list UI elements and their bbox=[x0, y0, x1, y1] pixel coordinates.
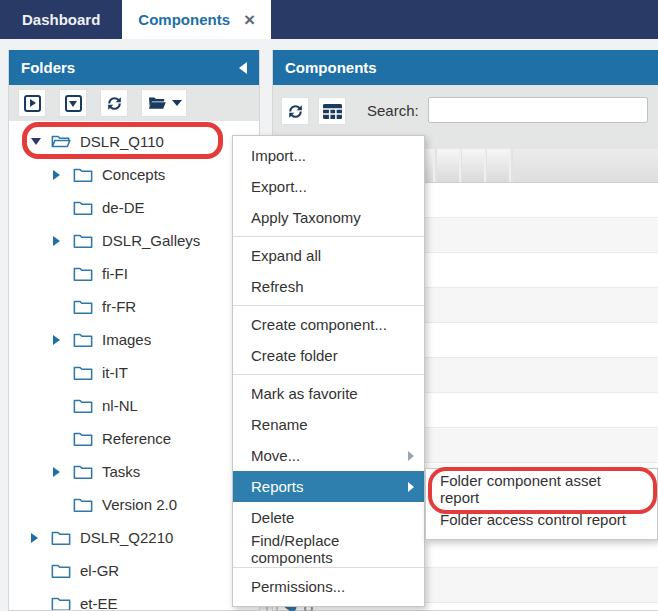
menu-item-expand-all[interactable]: Expand all bbox=[233, 240, 424, 271]
collapse-left-icon[interactable] bbox=[239, 62, 247, 74]
tree-item-et-ee[interactable]: et-EE bbox=[9, 587, 259, 610]
folder-icon bbox=[73, 331, 93, 348]
tree-item-dslr-q110[interactable]: DSLR_Q110 bbox=[9, 125, 259, 158]
caret-collapsed-icon[interactable] bbox=[31, 533, 51, 543]
chevron-down-icon bbox=[172, 100, 182, 106]
tree-item-label: de-DE bbox=[102, 199, 145, 216]
tab-dashboard[interactable]: Dashboard bbox=[0, 0, 122, 39]
collapse-all-icon bbox=[65, 95, 82, 112]
menu-item-find-replace-components[interactable]: Find/Replace components bbox=[233, 533, 424, 564]
tab-bar: Dashboard Components × bbox=[0, 0, 658, 39]
folders-panel: Folders bbox=[8, 50, 260, 611]
caret-collapsed-icon[interactable] bbox=[53, 170, 73, 180]
tree-item-label: DSLR_Q2210 bbox=[80, 529, 173, 546]
folder-icon bbox=[73, 430, 93, 447]
menu-item-mark-as-favorite[interactable]: Mark as favorite bbox=[233, 378, 424, 409]
tree-item-label: it-IT bbox=[102, 364, 128, 381]
menu-item-label: Import... bbox=[251, 147, 306, 164]
tab-components[interactable]: Components × bbox=[122, 0, 271, 39]
tree-item-nl-nl[interactable]: nl-NL bbox=[9, 389, 259, 422]
tree-item-dslr-q2210[interactable]: DSLR_Q2210 bbox=[9, 521, 259, 554]
table-header-cell[interactable] bbox=[487, 149, 511, 182]
menu-item-delete[interactable]: Delete bbox=[233, 502, 424, 533]
folder-icon bbox=[73, 397, 93, 414]
expand-all-button[interactable] bbox=[18, 89, 46, 117]
refresh-icon bbox=[105, 94, 124, 113]
submenu-item-label: Folder access control report bbox=[440, 511, 626, 528]
tree-item-fr-fr[interactable]: fr-FR bbox=[9, 290, 259, 323]
open-folder-icon bbox=[147, 95, 167, 111]
tree-item-el-gr[interactable]: el-GR bbox=[9, 554, 259, 587]
folder-icon bbox=[51, 529, 71, 546]
tree-item-reference[interactable]: Reference bbox=[9, 422, 259, 455]
menu-item-label: Apply Taxonomy bbox=[251, 209, 361, 226]
tree-item-dslr-galleys[interactable]: DSLR_Galleys bbox=[9, 224, 259, 257]
folders-panel-header: Folders bbox=[9, 50, 259, 85]
menu-item-move[interactable]: Move... bbox=[233, 440, 424, 471]
menu-item-apply-taxonomy[interactable]: Apply Taxonomy bbox=[233, 202, 424, 233]
tree-item-label: el-GR bbox=[80, 562, 119, 579]
tree-item-concepts[interactable]: Concepts bbox=[9, 158, 259, 191]
menu-item-export[interactable]: Export... bbox=[233, 171, 424, 202]
menu-item-rename[interactable]: Rename bbox=[233, 409, 424, 440]
folder-icon bbox=[73, 364, 93, 381]
open-folder-menu-button[interactable] bbox=[141, 89, 187, 117]
tree-item-de-de[interactable]: de-DE bbox=[9, 191, 259, 224]
tab-components-label: Components bbox=[138, 11, 230, 28]
menu-item-reports[interactable]: Reports bbox=[233, 471, 424, 502]
tree-item-label: Concepts bbox=[102, 166, 165, 183]
folders-panel-title: Folders bbox=[21, 59, 75, 76]
menu-item-label: Create component... bbox=[251, 316, 387, 333]
table-view-button[interactable] bbox=[318, 97, 346, 125]
tree-item-version-2-0[interactable]: Version 2.0 bbox=[9, 488, 259, 521]
tree-item-label: Images bbox=[102, 331, 151, 348]
caret-collapsed-icon[interactable] bbox=[53, 467, 73, 477]
caret-collapsed-icon[interactable] bbox=[53, 236, 73, 246]
refresh-components-button[interactable] bbox=[281, 97, 309, 125]
menu-item-permissions[interactable]: Permissions... bbox=[233, 571, 424, 602]
folder-icon bbox=[51, 595, 71, 610]
menu-item-label: Mark as favorite bbox=[251, 385, 358, 402]
tree-item-label: fi-FI bbox=[102, 265, 128, 282]
tree-item-label: Tasks bbox=[102, 463, 140, 480]
search-label: Search: bbox=[367, 97, 419, 124]
folder-icon bbox=[73, 166, 93, 183]
submenu-item-folder-component-asset-report[interactable]: Folder component asset report bbox=[426, 473, 657, 504]
folder-icon bbox=[73, 496, 93, 513]
submenu-item-label: Folder component asset report bbox=[440, 472, 643, 506]
menu-item-label: Find/Replace components bbox=[251, 532, 406, 566]
folder-icon bbox=[73, 199, 93, 216]
table-header-cell[interactable] bbox=[462, 149, 486, 182]
tree-item-label: fr-FR bbox=[102, 298, 136, 315]
caret-collapsed-icon[interactable] bbox=[53, 335, 73, 345]
tab-close-icon[interactable]: × bbox=[244, 10, 255, 29]
tree-item-label: Version 2.0 bbox=[102, 496, 177, 513]
tab-dashboard-label: Dashboard bbox=[22, 11, 100, 28]
submenu-arrow-icon bbox=[408, 482, 414, 492]
folder-icon bbox=[73, 298, 93, 315]
menu-item-label: Delete bbox=[251, 509, 294, 526]
refresh-folders-button[interactable] bbox=[100, 89, 128, 117]
tree-item-images[interactable]: Images bbox=[9, 323, 259, 356]
menu-item-label: Export... bbox=[251, 178, 307, 195]
folder-icon bbox=[51, 562, 71, 579]
folders-toolbar bbox=[9, 85, 259, 121]
menu-item-create-folder[interactable]: Create folder bbox=[233, 340, 424, 371]
folder-icon bbox=[73, 232, 93, 249]
tree-item-label: nl-NL bbox=[102, 397, 138, 414]
tree-item-label: DSLR_Galleys bbox=[102, 232, 200, 249]
table-header-cell[interactable] bbox=[437, 149, 461, 182]
search-input[interactable] bbox=[428, 97, 648, 123]
menu-separator bbox=[233, 374, 424, 375]
caret-expanded-icon[interactable] bbox=[31, 138, 51, 145]
tree-item-fi-fi[interactable]: fi-FI bbox=[9, 257, 259, 290]
menu-item-refresh[interactable]: Refresh bbox=[233, 271, 424, 302]
menu-item-label: Refresh bbox=[251, 278, 304, 295]
tree-item-tasks[interactable]: Tasks bbox=[9, 455, 259, 488]
collapse-all-button[interactable] bbox=[59, 89, 87, 117]
submenu-item-folder-access-control-report[interactable]: Folder access control report bbox=[426, 504, 657, 535]
menu-item-create-component[interactable]: Create component... bbox=[233, 309, 424, 340]
menu-item-import[interactable]: Import... bbox=[233, 140, 424, 171]
tree-item-it-it[interactable]: it-IT bbox=[9, 356, 259, 389]
menu-separator bbox=[233, 567, 424, 568]
